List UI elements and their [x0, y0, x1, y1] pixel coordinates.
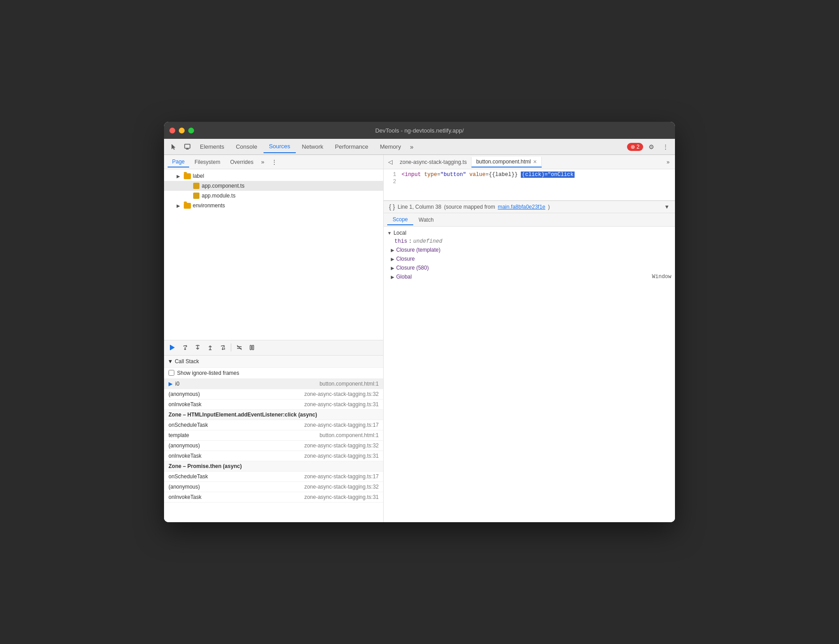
- sec-tab-page[interactable]: Page: [168, 157, 189, 167]
- scope-watch-tabs: Scope Watch: [384, 213, 675, 227]
- status-position: Line 1, Column 38: [398, 204, 441, 210]
- ignore-checkbox[interactable]: [169, 370, 174, 376]
- format-button[interactable]: { }: [389, 203, 395, 210]
- cs-location-anon2: zone-async-stack-tagging.ts:32: [304, 442, 379, 449]
- editor-tab-zone-async[interactable]: zone-async-stack-tagging.ts: [395, 157, 471, 167]
- cs-location-anon1: zone-async-stack-tagging.ts:32: [304, 391, 379, 397]
- step-over-button[interactable]: [179, 342, 191, 353]
- status-nav-button[interactable]: ▼: [664, 204, 670, 210]
- step-out-button[interactable]: [204, 342, 216, 353]
- scope-content: ▼ Local this : undefined ▶ Closure (temp…: [384, 227, 675, 522]
- line-number-2: 2: [384, 179, 402, 185]
- maximize-button[interactable]: [188, 128, 194, 133]
- scope-closure[interactable]: ▶ Closure: [384, 254, 675, 263]
- sec-tab-filesystem[interactable]: Filesystem: [190, 157, 225, 167]
- line-content-1[interactable]: <input type="button" value={{label}} (cl…: [402, 172, 675, 178]
- svg-rect-4: [170, 345, 171, 350]
- sw-tab-watch[interactable]: Watch: [413, 215, 439, 225]
- sw-tab-scope[interactable]: Scope: [387, 215, 413, 225]
- svg-rect-23: [252, 345, 254, 350]
- cursor-tool-button[interactable]: [168, 142, 180, 152]
- cs-name-schedule1: onScheduleTask: [169, 422, 304, 428]
- cs-name-invoke2: onInvokeTask: [169, 453, 304, 459]
- svg-rect-22: [250, 345, 251, 350]
- resume-button[interactable]: [167, 342, 178, 353]
- scope-global[interactable]: ▶ Global Window: [384, 272, 675, 281]
- call-stack-item-anon3[interactable]: (anonymous) zone-async-stack-tagging.ts:…: [164, 482, 383, 492]
- editor-tabs-more[interactable]: »: [663, 157, 673, 167]
- step-button[interactable]: [217, 342, 229, 353]
- tab-network[interactable]: Network: [297, 141, 329, 153]
- debug-divider-1: [231, 343, 231, 352]
- status-source-map-label: (source mapped from: [444, 204, 495, 210]
- tab-console[interactable]: Console: [230, 141, 263, 153]
- sec-tab-overrides[interactable]: Overrides: [225, 157, 258, 167]
- right-panel: ◁ zone-async-stack-tagging.ts button.com…: [384, 155, 675, 522]
- tab-elements[interactable]: Elements: [195, 141, 229, 153]
- sec-tab-menu-button[interactable]: ⋮: [268, 158, 280, 167]
- call-stack-item-template[interactable]: template button.component.html:1: [164, 430, 383, 441]
- scope-closure-template[interactable]: ▶ Closure (template): [384, 245, 675, 254]
- inspect-element-button[interactable]: [181, 142, 194, 152]
- call-stack-item-invoke1[interactable]: onInvokeTask zone-async-stack-tagging.ts…: [164, 399, 383, 410]
- secondary-tabs: Page Filesystem Overrides » ⋮: [164, 155, 383, 169]
- tree-item-app-component[interactable]: ▶ app.component.ts: [164, 181, 383, 191]
- call-stack-item-invoke3[interactable]: onInvokeTask zone-async-stack-tagging.ts…: [164, 492, 383, 502]
- pause-exceptions-button[interactable]: [246, 342, 258, 353]
- call-stack-item-anon2[interactable]: (anonymous) zone-async-stack-tagging.ts:…: [164, 441, 383, 451]
- code-editor: 1 <input type="button" value={{label}} (…: [384, 169, 675, 201]
- tree-arrow-label: ▶: [177, 174, 182, 179]
- cs-name-schedule2: onScheduleTask: [169, 473, 304, 480]
- file-icon-app-module: [193, 192, 200, 199]
- cs-location-invoke1: zone-async-stack-tagging.ts:31: [304, 401, 379, 408]
- call-stack-item-schedule1[interactable]: onScheduleTask zone-async-stack-tagging.…: [164, 420, 383, 430]
- call-stack-item-invoke2[interactable]: onInvokeTask zone-async-stack-tagging.ts…: [164, 451, 383, 461]
- call-stack-header[interactable]: ▼ Call Stack: [164, 356, 383, 368]
- code-highlight-click: (click)="onClick: [521, 172, 574, 178]
- debug-toolbar: [164, 340, 383, 355]
- tree-item-label-folder[interactable]: ▶ label: [164, 171, 383, 181]
- tree-label-app-component: app.component.ts: [202, 183, 244, 189]
- svg-marker-3: [170, 345, 175, 350]
- call-stack-item-schedule2[interactable]: onScheduleTask zone-async-stack-tagging.…: [164, 472, 383, 482]
- code-val-expr: {{label}}: [489, 172, 518, 178]
- editor-tabs: ◁ zone-async-stack-tagging.ts button.com…: [384, 155, 675, 169]
- cs-location-invoke3: zone-async-stack-tagging.ts:31: [304, 494, 379, 500]
- scope-global-value: Window: [652, 274, 671, 280]
- scope-key-this: this: [394, 238, 407, 245]
- scope-local-header[interactable]: ▼ Local: [384, 228, 675, 237]
- minimize-button[interactable]: [179, 128, 185, 133]
- step-into-button[interactable]: [192, 342, 203, 353]
- close-button[interactable]: [169, 128, 175, 133]
- settings-button[interactable]: ⚙: [646, 142, 657, 152]
- more-tabs-button[interactable]: »: [407, 142, 416, 152]
- error-count: 2: [636, 144, 640, 150]
- tab-performance[interactable]: Performance: [329, 141, 373, 153]
- cs-location-schedule2: zone-async-stack-tagging.ts:17: [304, 473, 379, 480]
- code-attr-type: type: [424, 172, 437, 178]
- deactivate-breakpoints-button[interactable]: [234, 342, 245, 353]
- call-stack-item-anon1[interactable]: (anonymous) zone-async-stack-tagging.ts:…: [164, 389, 383, 399]
- tree-item-app-module[interactable]: ▶ app.module.ts: [164, 191, 383, 201]
- menu-button[interactable]: ⋮: [660, 142, 671, 152]
- call-stack-title: Call Stack: [175, 358, 199, 365]
- cs-name-anon3: (anonymous): [169, 484, 304, 490]
- scope-local-triangle: ▼: [387, 231, 392, 236]
- zone-separator-1: Zone – HTMLInputElement.addEventListener…: [164, 410, 383, 420]
- tab-memory[interactable]: Memory: [375, 141, 407, 153]
- editor-tab-button-component[interactable]: button.component.html ×: [471, 157, 541, 167]
- code-tag-input: <input: [402, 172, 421, 178]
- tab-sources[interactable]: Sources: [264, 140, 296, 153]
- editor-tab-toggle[interactable]: ◁: [385, 157, 395, 167]
- tree-item-environments-folder[interactable]: ▶ environments: [164, 201, 383, 210]
- scope-closure-580[interactable]: ▶ Closure (580): [384, 263, 675, 272]
- editor-tab-zone-async-label: zone-async-stack-tagging.ts: [400, 159, 467, 165]
- line-number-1: 1: [384, 172, 402, 178]
- code-val-button: "button": [440, 172, 466, 178]
- call-stack-item-i0[interactable]: ▶ i0 button.component.html:1: [164, 379, 383, 389]
- scope-closure-580-label: Closure (580): [396, 265, 429, 271]
- tab-close-button[interactable]: ×: [533, 159, 536, 165]
- sec-tab-more-button[interactable]: »: [259, 158, 266, 166]
- error-badge[interactable]: ⊗ 2: [627, 143, 643, 151]
- status-source-map-file[interactable]: main.fa8bfa0e23f1e: [498, 204, 545, 210]
